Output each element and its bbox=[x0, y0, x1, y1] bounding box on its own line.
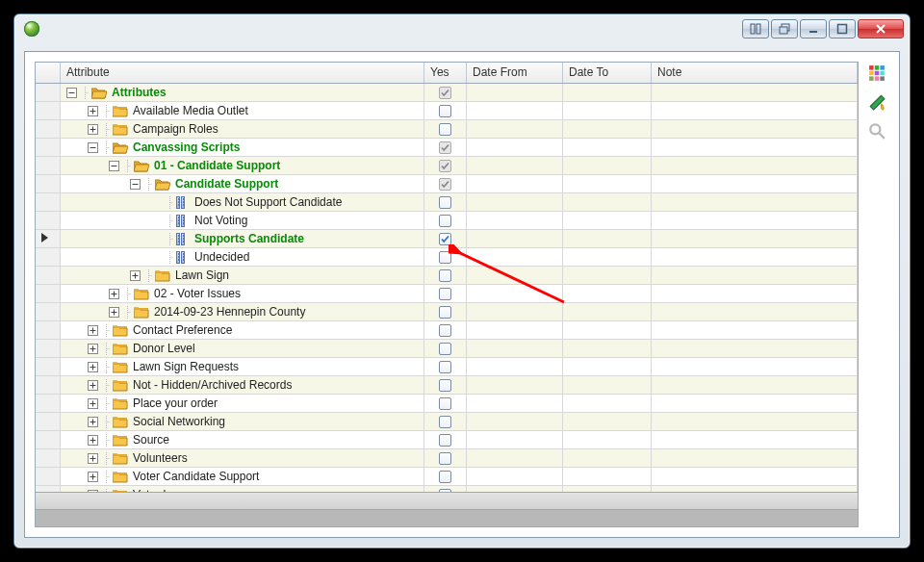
row-selector-cell[interactable] bbox=[36, 303, 61, 320]
yes-cell[interactable] bbox=[424, 230, 467, 247]
checkbox[interactable] bbox=[439, 434, 451, 447]
note-cell[interactable] bbox=[652, 193, 858, 211]
checkbox[interactable] bbox=[439, 379, 451, 392]
attribute-cell[interactable]: Not Voting bbox=[61, 212, 424, 229]
expand-icon[interactable] bbox=[88, 106, 98, 116]
date-from-cell[interactable] bbox=[467, 431, 563, 448]
row-selector-cell[interactable] bbox=[36, 212, 61, 229]
checkbox[interactable] bbox=[439, 361, 451, 373]
col-date-from[interactable]: Date From bbox=[467, 63, 563, 83]
table-row[interactable]: Attributes bbox=[36, 84, 858, 102]
date-from-cell[interactable] bbox=[467, 303, 563, 320]
attribute-cell[interactable]: Candidate Support bbox=[61, 175, 424, 192]
attribute-cell[interactable]: 01 - Candidate Support bbox=[61, 157, 424, 174]
expand-icon[interactable] bbox=[88, 398, 98, 409]
yes-cell[interactable] bbox=[424, 193, 467, 211]
checkbox[interactable] bbox=[439, 269, 451, 282]
col-yes[interactable]: Yes bbox=[424, 63, 467, 83]
color-grid-icon[interactable] bbox=[867, 64, 886, 83]
expand-icon[interactable] bbox=[88, 417, 98, 427]
note-cell[interactable] bbox=[652, 139, 858, 156]
date-to-cell[interactable] bbox=[563, 84, 652, 101]
expand-icon[interactable] bbox=[88, 325, 98, 336]
table-row[interactable]: Voter Candidate Support bbox=[36, 468, 858, 486]
yes-cell[interactable] bbox=[424, 267, 467, 284]
collapse-icon[interactable] bbox=[130, 179, 141, 190]
row-selector-cell[interactable] bbox=[36, 449, 61, 467]
yes-cell[interactable] bbox=[424, 468, 467, 485]
table-row[interactable]: 02 - Voter Issues bbox=[36, 285, 858, 303]
collapse-icon[interactable] bbox=[109, 161, 119, 171]
date-from-cell[interactable] bbox=[467, 340, 563, 357]
date-from-cell[interactable] bbox=[467, 358, 563, 375]
date-to-cell[interactable] bbox=[563, 157, 652, 174]
checkbox[interactable] bbox=[439, 215, 451, 227]
note-cell[interactable] bbox=[652, 212, 858, 229]
row-selector-cell[interactable] bbox=[36, 321, 61, 339]
checkbox[interactable] bbox=[439, 251, 451, 264]
attribute-cell[interactable]: Undecided bbox=[61, 248, 424, 266]
row-selector-cell[interactable] bbox=[36, 139, 61, 156]
table-row[interactable]: Volunteers bbox=[36, 449, 858, 468]
checkbox[interactable] bbox=[439, 288, 451, 300]
date-to-cell[interactable] bbox=[563, 358, 652, 375]
expand-icon[interactable] bbox=[88, 472, 98, 482]
attribute-cell[interactable]: Source bbox=[61, 431, 424, 448]
date-from-cell[interactable] bbox=[467, 321, 563, 339]
note-cell[interactable] bbox=[652, 248, 858, 266]
table-row[interactable]: 01 - Candidate Support bbox=[36, 157, 858, 175]
paint-fill-icon[interactable] bbox=[867, 92, 886, 112]
checkbox[interactable] bbox=[439, 397, 451, 410]
close-button[interactable] bbox=[858, 19, 904, 38]
table-row[interactable]: Canvassing Scripts bbox=[36, 139, 858, 157]
row-selector-cell[interactable] bbox=[36, 120, 61, 138]
search-icon[interactable] bbox=[867, 121, 886, 140]
note-cell[interactable] bbox=[652, 285, 858, 302]
expand-icon[interactable] bbox=[130, 270, 141, 281]
note-cell[interactable] bbox=[652, 84, 858, 101]
attribute-cell[interactable]: Does Not Support Candidate bbox=[61, 193, 424, 211]
maximize-button[interactable] bbox=[829, 19, 856, 38]
attribute-cell[interactable]: Canvassing Scripts bbox=[61, 139, 424, 156]
yes-cell[interactable] bbox=[424, 340, 467, 357]
note-cell[interactable] bbox=[652, 230, 858, 247]
note-cell[interactable] bbox=[652, 468, 858, 485]
note-cell[interactable] bbox=[652, 175, 858, 192]
row-selector-cell[interactable] bbox=[36, 102, 61, 119]
row-selector-cell[interactable] bbox=[36, 413, 61, 430]
col-date-to[interactable]: Date To bbox=[563, 63, 652, 83]
attribute-cell[interactable]: Contact Preference bbox=[61, 321, 424, 339]
yes-cell[interactable] bbox=[424, 358, 467, 375]
table-row[interactable]: Campaign Roles bbox=[36, 120, 858, 139]
row-selector-cell[interactable] bbox=[36, 395, 61, 412]
yes-cell[interactable] bbox=[424, 376, 467, 394]
date-from-cell[interactable] bbox=[467, 395, 563, 412]
row-selector-cell[interactable] bbox=[36, 193, 61, 211]
row-selector-cell[interactable] bbox=[36, 285, 61, 302]
table-row[interactable]: Supports Candidate bbox=[36, 230, 858, 248]
yes-cell[interactable] bbox=[424, 413, 467, 430]
checkbox[interactable] bbox=[439, 87, 451, 99]
row-selector-cell[interactable] bbox=[36, 175, 61, 192]
date-to-cell[interactable] bbox=[563, 413, 652, 430]
date-to-cell[interactable] bbox=[563, 120, 652, 138]
attribute-cell[interactable]: Attributes bbox=[61, 84, 424, 101]
checkbox[interactable] bbox=[439, 306, 451, 319]
expand-icon[interactable] bbox=[88, 435, 98, 446]
date-to-cell[interactable] bbox=[563, 340, 652, 357]
date-to-cell[interactable] bbox=[563, 175, 652, 192]
row-selector-cell[interactable] bbox=[36, 84, 61, 101]
yes-cell[interactable] bbox=[424, 157, 467, 174]
checkbox[interactable] bbox=[439, 123, 451, 136]
date-to-cell[interactable] bbox=[563, 303, 652, 320]
yes-cell[interactable] bbox=[424, 321, 467, 339]
note-cell[interactable] bbox=[652, 120, 858, 138]
table-row[interactable]: Social Networking bbox=[36, 413, 858, 431]
expand-icon[interactable] bbox=[88, 362, 98, 372]
table-row[interactable]: Place your order bbox=[36, 395, 858, 413]
table-row[interactable]: Lawn Sign Requests bbox=[36, 358, 858, 376]
table-row[interactable]: Donor Level bbox=[36, 340, 858, 358]
expand-icon[interactable] bbox=[88, 124, 98, 135]
date-from-cell[interactable] bbox=[467, 157, 563, 174]
note-cell[interactable] bbox=[652, 321, 858, 339]
